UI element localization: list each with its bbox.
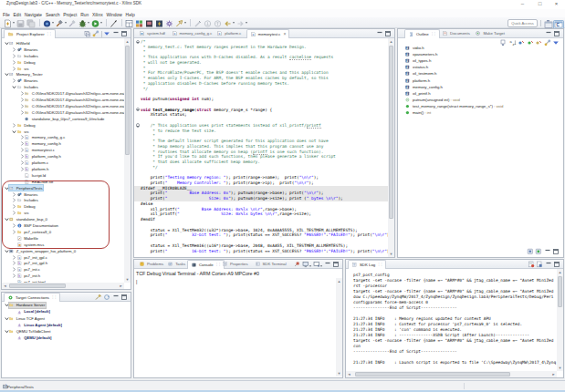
scrollbar-thumb[interactable] — [9, 284, 66, 288]
program-fpga-button[interactable] — [135, 19, 143, 28]
tree-item-memorytest-c[interactable]: cmemorytest.c — [2, 147, 55, 153]
debug-dropdown-icon[interactable] — [88, 22, 89, 24]
minimize-icon[interactable] — [324, 261, 331, 268]
outline-tab-make-target[interactable]: Make Target — [472, 29, 507, 38]
console-tab-sdk-terminal[interactable]: SDK Terminal — [252, 260, 289, 269]
display-console-icon[interactable] — [302, 261, 309, 268]
console-tab-properties[interactable]: Properties — [219, 260, 251, 269]
scroll-down-icon[interactable]: ▼ — [388, 251, 394, 257]
fold-marker-icon[interactable] — [136, 123, 140, 127]
tab-sdk-log[interactable]: SDK Log⋮⋮ — [348, 260, 386, 269]
target-connections-tree[interactable]: Hardware ServerLocal [default]Linux TCF … — [2, 302, 131, 378]
collapse-all-icon[interactable] — [84, 30, 91, 37]
maximize-icon[interactable] — [120, 30, 128, 37]
tree-item-linux-tcf-agent[interactable]: Linux TCF Agent — [2, 315, 45, 322]
back-dropdown-icon[interactable] — [233, 22, 235, 24]
sdk-log-vscrollbar[interactable]: ▲▼ — [557, 269, 563, 372]
project-explorer-vscrollbar[interactable]: ▲▼ — [124, 38, 131, 284]
minimize-icon[interactable] — [545, 30, 552, 37]
quick-access-button[interactable]: Quick Access — [507, 19, 538, 27]
pin-b-icon[interactable] — [535, 248, 542, 255]
tab-project-explorer[interactable]: Project Explorer⋮⋮ — [4, 29, 56, 38]
tab-target-connections[interactable]: Target Connections⋮⋮ — [4, 293, 60, 302]
view-menu-dots[interactable]: ⋮⋮ — [47, 32, 52, 36]
expand-all-icon[interactable] — [500, 39, 507, 46]
run-button[interactable] — [91, 19, 99, 28]
back-button[interactable] — [224, 19, 232, 28]
console-tab-tasks[interactable]: Tasks — [164, 260, 188, 269]
view-menu-icon[interactable] — [103, 30, 110, 37]
tree-item-lscript-ld[interactable]: Slscript.ld — [2, 172, 47, 179]
minimize-window-button[interactable]: – — [517, 0, 528, 8]
maximize-window-button[interactable]: □ — [534, 0, 546, 8]
scroll-left-icon[interactable]: ◄ — [346, 371, 352, 377]
mark-occurrences-button[interactable] — [194, 19, 202, 28]
editor-tab-memorytest-c[interactable]: cmemorytest.c× — [246, 29, 290, 38]
tree-item-ps7-init-gpl-h[interactable]: hps7_init_gpl.h — [2, 261, 48, 267]
forward-dropdown-icon[interactable] — [246, 22, 247, 24]
outline-item-stdio-h[interactable]: #stdio.h — [405, 46, 424, 51]
new-wizard-button[interactable] — [4, 19, 12, 28]
tree-item-hardware-server[interactable]: Hardware Server — [2, 303, 46, 309]
build-dropdown-icon[interactable] — [65, 22, 67, 24]
fold-marker-icon[interactable] — [136, 40, 140, 44]
maximize-icon[interactable] — [553, 30, 560, 37]
open-console-icon[interactable] — [313, 261, 320, 268]
tree-item-z-system-wrapper-hw-platform-0[interactable]: Z_system_wrapper_hw_platform_0 — [2, 248, 77, 254]
save-log-icon[interactable] — [536, 261, 543, 268]
outline-item-xil-types-h[interactable]: #xil_types.h — [405, 58, 431, 64]
tree-item-c-xilinx-sdk-2017-4-gnu-aarch32-nt-gcc-a[interactable]: C:/Xilinx/SDK/2017.4/gnu/aarch32/nt/gcc-… — [2, 109, 124, 116]
tree-item-c-xilinx-sdk-2017-4-gnu-aarch32-nt-gcc-a[interactable]: C:/Xilinx/SDK/2017.4/gnu/aarch32/nt/gcc-… — [2, 97, 124, 103]
outline-item-putnum-unsigned-int[interactable]: putnum(unsigned int) : void — [405, 98, 460, 103]
outline-item-xil-printf-h[interactable]: #xil_printf.h — [405, 90, 431, 96]
prev-annotation-button[interactable] — [214, 19, 222, 28]
minimize-icon[interactable] — [112, 30, 120, 37]
maximize-icon[interactable] — [120, 294, 128, 301]
launch-shell-button[interactable] — [175, 19, 183, 28]
save-button[interactable] — [16, 19, 25, 28]
tree-item-src[interactable]: src — [2, 66, 29, 72]
outline-item-xstatus-h[interactable]: #xstatus.h — [405, 65, 428, 70]
scroll-up-icon[interactable]: ▲ — [124, 38, 131, 45]
tree-item-linux-agent-default[interactable]: Linux Agent [default] — [2, 322, 62, 328]
run-dropdown-icon[interactable] — [100, 22, 102, 24]
scrollbar-thumb[interactable] — [355, 372, 510, 377]
new-cpp-button[interactable] — [110, 19, 118, 28]
tree-item-memory-config-h[interactable]: hmemory_config.h — [2, 140, 61, 147]
clear-log-icon[interactable] — [528, 261, 535, 268]
tree-item-qemu-default[interactable]: QEMU [default] — [2, 335, 52, 341]
tree-item-platform-h[interactable]: hplatform.h — [2, 166, 49, 172]
link-editor-icon[interactable] — [92, 30, 99, 37]
console-tab-problems[interactable]: !Problems — [136, 260, 166, 269]
tree-item-c-xilinx-sdk-2017-4-gnu-aarch32-nt-gcc-a[interactable]: C:/Xilinx/SDK/2017.4/gnu/aarch32/nt/gcc-… — [2, 90, 124, 97]
maximize-icon[interactable] — [553, 261, 560, 268]
pin-a-icon[interactable] — [527, 248, 534, 255]
tree-item-debug[interactable]: Debug — [2, 59, 36, 66]
tree-item-hiworld[interactable]: CHiWorld — [2, 40, 30, 46]
scrollbar-thumb[interactable] — [558, 276, 562, 307]
scroll-down-icon[interactable]: ▼ — [336, 370, 342, 377]
pin-console-icon[interactable] — [293, 261, 300, 268]
build-button[interactable] — [56, 19, 64, 28]
hide-static-icon[interactable] — [527, 39, 534, 46]
tree-item-ps7-init-gpl-c[interactable]: cps7_init_gpl.c — [2, 254, 47, 261]
tree-item-qemu-tcfgdbclient[interactable]: QEMU TcfGdbClient — [2, 328, 51, 335]
new-connection-icon[interactable] — [95, 294, 102, 301]
scroll-up-icon[interactable]: ▲ — [336, 278, 342, 284]
outline-tab-documents[interactable]: Documents — [439, 29, 473, 38]
scroll-up-icon[interactable]: ▲ — [557, 269, 563, 275]
dropdown-caret-icon[interactable] — [320, 265, 322, 267]
scrollbar-thumb[interactable] — [389, 46, 393, 219]
save-all-button[interactable] — [26, 19, 36, 28]
sdk-log-output[interactable]: ps7_post_configtargets -set -nocase -fil… — [346, 269, 557, 372]
console-vscrollbar[interactable]: ▲▼ — [336, 278, 342, 377]
view-menu-icon[interactable] — [552, 39, 560, 46]
minimize-icon[interactable] — [544, 248, 551, 255]
debug-config-dropdown-icon[interactable] — [52, 22, 54, 24]
close-tab-icon[interactable]: × — [283, 31, 286, 36]
tree-item-debug[interactable]: Debug — [2, 122, 36, 129]
tree-item-c-xilinx-sdk-2017-4-gnu-aarch32-nt-gcc-a[interactable]: C:/Xilinx/SDK/2017.4/gnu/aarch32/nt/gcc-… — [2, 103, 124, 109]
editor-tab-platform-c[interactable]: cplatform.c — [214, 29, 244, 38]
maximize-icon[interactable] — [332, 261, 340, 268]
hide-non-public-icon[interactable] — [535, 39, 542, 46]
